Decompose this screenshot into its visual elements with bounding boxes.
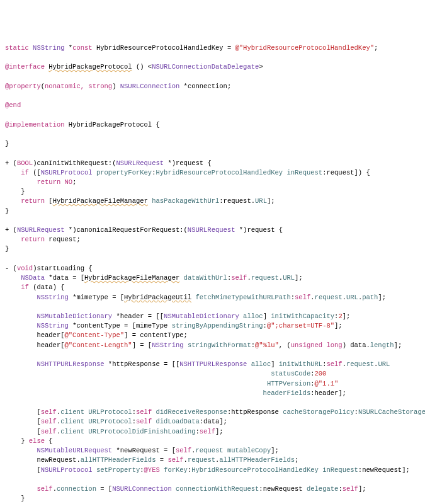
code-line[interactable]: @interface HybridPackageProtocol () <NSU… <box>5 62 420 72</box>
code-token-var: ([ <box>33 169 41 176</box>
code-line[interactable]: } else { <box>5 437 420 446</box>
code-line[interactable]: NSData *data = [HybridPackageFileManager… <box>5 273 420 283</box>
code-line[interactable]: return request; <box>5 235 420 244</box>
code-token-var: *newRequest = [ <box>116 447 176 454</box>
code-token-kw: static <box>5 44 33 52</box>
code-token-var: *data = [ <box>48 274 84 282</box>
code-line[interactable] <box>5 110 420 120</box>
code-token-var: newRequest. <box>5 456 81 464</box>
code-line[interactable]: newRequest.allHTTPHeaderFields = self.re… <box>5 455 420 465</box>
code-token-kw: self <box>343 485 358 493</box>
code-token-str: 200 <box>315 370 327 377</box>
code-token-var: *)canonicalRequestForRequest:( <box>69 226 188 234</box>
code-line[interactable] <box>5 302 420 312</box>
code-line[interactable] <box>5 53 420 62</box>
code-token-mth: alloc <box>243 312 263 320</box>
code-token-mth: request <box>251 274 279 282</box>
code-line[interactable]: @end <box>5 101 420 110</box>
code-line[interactable]: return NO; <box>5 178 420 187</box>
code-token-kw: self <box>200 428 215 435</box>
code-token-var: ] = contentType; <box>124 331 188 339</box>
code-token-var: :newRequest <box>259 485 307 493</box>
code-token-cls: NSURLConnectionDataDelegate <box>152 63 259 71</box>
code-token-kw: @property <box>5 83 41 90</box>
code-line[interactable]: NSMutableURLRequest *newRequest = [self.… <box>5 446 420 455</box>
code-line[interactable]: self.connection = [NSURLConnection conne… <box>5 484 420 494</box>
code-token-kw: @end <box>5 101 21 109</box>
code-token-mth: hasPackageWithUrl <box>152 197 219 205</box>
code-line[interactable] <box>5 350 420 360</box>
code-token-str: @"HybridResourceProtocolHandledKey" <box>235 44 375 52</box>
code-line[interactable] <box>5 72 420 82</box>
code-line[interactable]: } <box>5 187 420 197</box>
code-token-var <box>5 370 271 377</box>
code-token-var: *)request { <box>167 159 211 167</box>
code-token-var: *contentType = [mimeType <box>72 322 172 329</box>
code-token-var <box>5 360 37 368</box>
code-token-uline: HybridPackageProtocol <box>48 63 132 71</box>
code-line[interactable]: HTTPVersion:@"1.1" <box>5 379 420 389</box>
code-token-mth: connectionWithRequest <box>176 485 259 493</box>
code-line[interactable]: NSString *contentType = [mimeType string… <box>5 321 420 331</box>
code-line[interactable] <box>5 398 420 408</box>
code-line[interactable]: return [HybridPackageFileManager hasPack… <box>5 197 420 206</box>
code-line[interactable] <box>5 216 420 226</box>
code-line[interactable]: NSString *mimeType = [HybridPackageUtil … <box>5 293 420 302</box>
code-token-var: ; <box>295 456 298 464</box>
code-line[interactable]: NSMutableDictionary *header = [[NSMutabl… <box>5 312 420 321</box>
code-line[interactable] <box>5 475 420 484</box>
code-token-var: ] = [ <box>132 341 152 349</box>
code-line[interactable]: static NSString *const HybridResourcePro… <box>5 43 420 53</box>
code-token-mth: HTTPVersion <box>267 380 310 387</box>
code-token-str: @"1.1" <box>315 380 339 387</box>
code-line[interactable]: } <box>5 244 420 254</box>
code-token-kw: return <box>37 178 64 186</box>
code-line[interactable]: statusCode:200 <box>5 369 420 379</box>
code-line[interactable]: + (NSURLRequest *)canonicalRequestForReq… <box>5 226 420 235</box>
code-line[interactable]: [self.client URLProtocolDidFinishLoading… <box>5 427 420 437</box>
code-token-mth: HybridResourceProtocolHandledKey <box>156 169 286 176</box>
code-token-mth: stringByAppendingString <box>172 322 263 329</box>
code-token-mth: propertyForKey <box>96 169 152 176</box>
code-container[interactable]: static NSString *const HybridResourcePro… <box>5 43 420 504</box>
code-token-var: *connection; <box>184 83 232 90</box>
code-line[interactable]: [self.client URLProtocol:self didReceive… <box>5 408 420 417</box>
code-token-mth: statusCode <box>271 370 310 377</box>
code-line[interactable]: @implementation HybridPackageProtocol { <box>5 120 420 130</box>
code-token-mth: HybridResourceProtocolHandledKey <box>191 466 322 474</box>
code-token-var: ]; <box>343 312 351 320</box>
code-line[interactable] <box>5 255 420 264</box>
code-token-kw: self <box>37 485 52 493</box>
code-line[interactable]: header[@"Content-Length"] = [NSString st… <box>5 341 420 350</box>
code-line[interactable] <box>5 149 420 158</box>
code-token-mth: URLProtocol <box>88 408 132 416</box>
code-token-mth: setProperty <box>96 466 140 474</box>
code-line[interactable]: } <box>5 139 420 149</box>
code-token-mth: headerFields <box>263 389 311 397</box>
code-line[interactable]: @property(nonatomic, strong) NSURLConnec… <box>5 82 420 91</box>
code-token-var: HybridResourceProtocolHandledKey = <box>96 44 235 52</box>
code-token-cls: NSURLRequest <box>17 226 69 234</box>
code-line[interactable]: if (data) { <box>5 283 420 292</box>
code-line[interactable]: + (BOOL)canInitWithRequest:(NSURLRequest… <box>5 159 420 168</box>
code-editor-view: { "lines": [ [["kw","static "],["cls","N… <box>0 0 425 504</box>
code-token-var: + ( <box>5 159 17 167</box>
code-line[interactable]: [self.client URLProtocol:self didLoadDat… <box>5 417 420 427</box>
code-token-var: ]; <box>271 447 279 454</box>
code-token-var <box>5 294 37 301</box>
code-token-cls: NSHTTPURLResponse <box>179 360 251 368</box>
code-line[interactable]: if ([NSURLProtocol propertyForKey:Hybrid… <box>5 168 420 178</box>
code-line[interactable]: header[@"Content-Type"] = contentType; <box>5 331 420 340</box>
code-line[interactable]: NSHTTPURLResponse *httpResponse = [[NSHT… <box>5 360 420 369</box>
code-line[interactable] <box>5 91 420 101</box>
code-token-var: ) <box>112 83 120 90</box>
code-line[interactable]: [NSURLProtocol setProperty:@YES forKey:H… <box>5 466 420 475</box>
code-token-cls: NSMutableDictionary <box>37 312 116 320</box>
code-line[interactable]: - (void)startLoading { <box>5 264 420 273</box>
code-token-var: :request. <box>219 197 255 205</box>
code-line[interactable] <box>5 130 420 139</box>
code-line[interactable]: } <box>5 207 420 216</box>
code-line[interactable]: } <box>5 494 420 503</box>
code-token-var: header[ <box>5 331 65 339</box>
code-line[interactable]: headerFields:header]; <box>5 389 420 398</box>
